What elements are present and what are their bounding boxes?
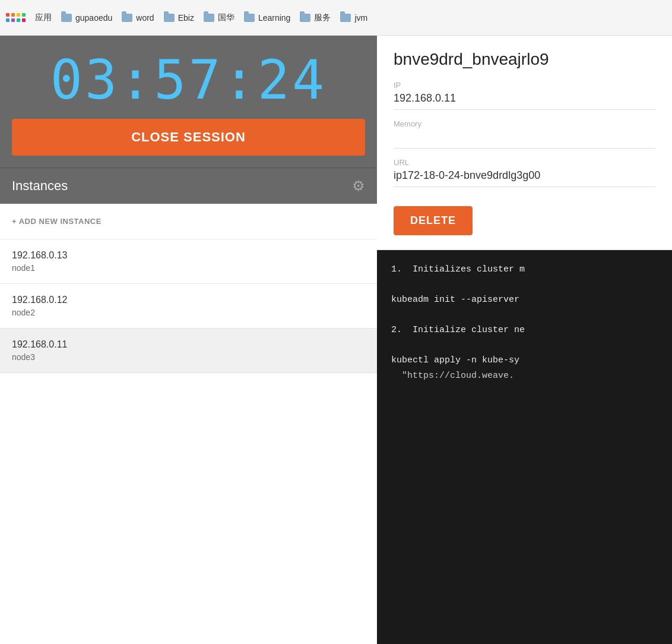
instance-ip-node2: 192.168.0.12 (12, 295, 365, 305)
url-value: ip172-18-0-24-bnve9drdlg3g00 (394, 169, 655, 187)
instance-item-node3[interactable]: 192.168.0.11 node3 (0, 329, 377, 373)
nav-guohua[interactable]: 国华 (204, 12, 234, 23)
instance-item-node2[interactable]: 192.168.0.12 node2 (0, 284, 377, 329)
folder-icon (340, 14, 351, 22)
nav-fuwu-label: 服务 (314, 12, 331, 23)
folder-icon (122, 14, 132, 22)
nav-guohua-label: 国华 (218, 12, 234, 23)
terminal-line-5: 2. Initialize cluster ne (391, 323, 658, 338)
url-label: URL (394, 158, 655, 167)
terminal-line-8: "https://cloud.weave. (391, 368, 658, 384)
app-launcher-icon[interactable] (6, 13, 26, 22)
nav-word-label: word (136, 13, 154, 23)
delete-button[interactable]: DELETE (394, 206, 473, 235)
terminal-line-2 (391, 277, 658, 293)
nav-jvm[interactable]: jvm (340, 13, 367, 23)
instances-header: Instances ⚙ (0, 168, 377, 204)
nav-word[interactable]: word (122, 13, 154, 23)
folder-icon (61, 14, 72, 22)
terminal-line-1: 1. Initializes cluster m (391, 262, 658, 277)
instance-ip-node1: 192.168.0.13 (12, 250, 365, 261)
timer-section: 03:57:24 CLOSE SESSION (0, 36, 377, 168)
right-panel: bnve9drd_bnveajrlo9 IP 192.168.0.11 Memo… (377, 36, 672, 644)
nav-fuwu[interactable]: 服务 (300, 12, 331, 23)
top-bar: 应用 gupaoedu word Ebiz 国华 Learning 服务 jvm (0, 0, 672, 36)
ip-field: IP 192.168.0.11 (394, 81, 655, 110)
detail-card: bnve9drd_bnveajrlo9 IP 192.168.0.11 Memo… (377, 36, 672, 250)
timer-display: 03:57:24 (12, 53, 365, 107)
instances-list: + ADD NEW INSTANCE 192.168.0.13 node1 19… (0, 204, 377, 644)
gear-icon[interactable]: ⚙ (352, 178, 365, 194)
memory-label: Memory (394, 119, 655, 128)
ip-value: 192.168.0.11 (394, 92, 655, 110)
detail-title: bnve9drd_bnveajrlo9 (394, 50, 655, 69)
terminal-line-4 (391, 308, 658, 323)
folder-icon (164, 14, 175, 22)
close-session-button[interactable]: CLOSE SESSION (12, 119, 365, 156)
nav-learning-label: Learning (258, 13, 291, 23)
main-layout: 03:57:24 CLOSE SESSION Instances ⚙ + ADD… (0, 36, 672, 644)
apps-label[interactable]: 应用 (35, 12, 52, 23)
instances-title: Instances (12, 178, 68, 194)
nav-ebiz[interactable]: Ebiz (164, 13, 194, 23)
memory-value (394, 131, 655, 149)
instance-name-node1: node1 (12, 263, 365, 273)
nav-ebiz-label: Ebiz (178, 13, 194, 23)
nav-learning[interactable]: Learning (244, 13, 291, 23)
folder-icon (300, 14, 310, 22)
ip-label: IP (394, 81, 655, 90)
folder-icon (204, 14, 214, 22)
instance-name-node2: node2 (12, 308, 365, 317)
nav-gupaoedu-label: gupaoedu (75, 13, 112, 23)
left-panel: 03:57:24 CLOSE SESSION Instances ⚙ + ADD… (0, 36, 377, 644)
add-instance-button[interactable]: + ADD NEW INSTANCE (0, 204, 377, 239)
nav-jvm-label: jvm (354, 13, 367, 23)
terminal-line-6 (391, 338, 658, 353)
instance-item-node1[interactable]: 192.168.0.13 node1 (0, 239, 377, 284)
nav-gupaoedu[interactable]: gupaoedu (61, 13, 112, 23)
url-field: URL ip172-18-0-24-bnve9drdlg3g00 (394, 158, 655, 187)
memory-field: Memory (394, 119, 655, 149)
instance-ip-node3: 192.168.0.11 (12, 339, 365, 350)
terminal-line-3: kubeadm init --apiserver (391, 292, 658, 308)
terminal-line-7: kubectl apply -n kube-sy (391, 353, 658, 368)
instance-name-node3: node3 (12, 352, 365, 362)
folder-icon (244, 14, 255, 22)
terminal: 1. Initializes cluster m kubeadm init --… (377, 250, 672, 644)
